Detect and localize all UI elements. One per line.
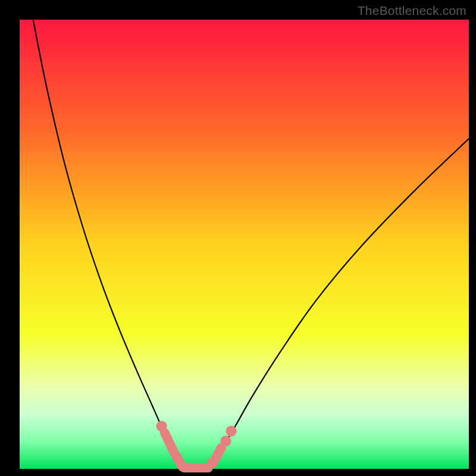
gradient-background [20,20,469,469]
marker-dot [220,436,231,446]
watermark-text: TheBottleneck.com [358,4,466,18]
chart-canvas: { "watermark": "TheBottleneck.com", "cha… [0,0,476,476]
marker-stroke [215,448,221,459]
marker-dot [226,426,237,437]
chart-svg [0,0,476,476]
